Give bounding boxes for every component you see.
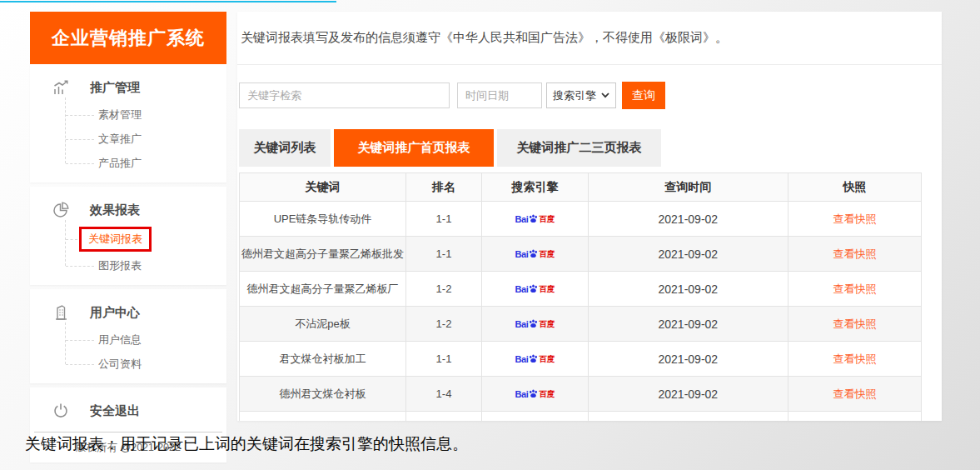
sidebar-item-article-promotion[interactable]: 文章推广 [30,127,226,151]
keyword-cell: UPE链条导轨传动件 [240,202,406,237]
sidebar-subitems: 关键词报表 图形报表 [30,225,226,278]
baidu-logo-cn: 百度 [539,390,555,398]
table-row: 君文煤仓衬板加工 1-1 Bai百度 2021-09-02 查看快照 [240,342,922,377]
rank-cell: 1-4 [406,377,482,412]
sidebar-item-user-info[interactable]: 用户信息 [30,328,226,352]
table-row: 不沾泥pe板 1-2 Bai百度 2021-09-02 查看快照 [240,307,922,342]
bar-chart-icon [50,77,72,98]
engine-cell: Bai百度 [481,307,588,342]
baidu-logo-text: Bai [515,355,529,364]
report-tabs: 关键词列表 关键词推广首页报表 关键词推广二三页报表 [239,129,942,167]
main-content: 关键词报表填写及发布的信息须遵守《中华人民共和国广告法》，不得使用《极限词》。 … [237,12,942,421]
keyword-search-input[interactable] [239,82,450,108]
time-cell: 2021-09-02 [588,307,788,342]
table-row: 德州君文超高分子量聚乙烯板批发 1-1 Bai百度 2021-09-02 查看快… [240,237,922,272]
baidu-logo-text: Bai [515,390,529,399]
sidebar-item-product-promotion[interactable]: 产品推广 [30,151,226,175]
engine-cell: Bai百度 [481,377,588,412]
active-item-highlight: 关键词报表 [79,227,152,252]
sidebar-item-company-profile[interactable]: 公司资料 [30,352,226,376]
view-snapshot-link[interactable]: 查看快照 [833,388,876,400]
sidebar-section-promotion: 推广管理 素材管理 文章推广 产品推广 [30,64,226,182]
rank-cell: 1-1 [406,342,482,377]
sidebar-item-promotion-management[interactable]: 推广管理 [30,75,226,100]
baidu-paw-icon [528,388,539,399]
time-cell: 2021-09-02 [588,237,788,272]
rank-cell: 1-1 [406,202,482,237]
keyword-cell: 君文煤仓衬板加工 [240,342,406,377]
sidebar-item-keyword-report[interactable]: 关键词报表 [30,225,226,253]
sidebar-item-material-management[interactable]: 素材管理 [30,102,226,127]
search-engine-select-value: 搜索引擎 [553,88,596,103]
table-header-row: 关键词 排名 搜索引擎 查询时间 快照 [240,173,922,202]
engine-cell: Bai百度 [481,342,588,377]
baidu-logo-cn: 百度 [539,355,555,363]
baidu-paw-icon [528,213,539,224]
snapshot-cell: 查看快照 [788,272,921,307]
snapshot-cell: 查看快照 [788,307,921,342]
snapshot-cell: 查看快照 [788,377,921,412]
col-engine: 搜索引擎 [481,173,588,202]
baidu-logo-text: Bai [515,215,529,224]
time-cell: 2021-09-02 [588,202,788,237]
engine-cell: Bai百度 [481,237,588,272]
view-snapshot-link[interactable]: 查看快照 [833,212,876,225]
baidu-logo-text: Bai [515,320,529,329]
baidu-logo-cn: 百度 [539,320,555,328]
engine-cell: Bai百度 [481,202,588,237]
table-row: 德州君文煤仓衬板 1-4 Bai百度 2021-09-02 查看快照 [240,377,922,412]
sidebar: 企业营销推广系统 推广管理 素材管理 文章推广 产品推广 [30,12,226,462]
baidu-logo: Bai百度 [515,388,555,401]
date-input[interactable] [457,82,542,108]
search-engine-select[interactable]: 搜索引擎 [546,82,616,108]
sidebar-subitems: 用户信息 公司资料 [30,328,226,376]
tab-keyword-list[interactable]: 关键词列表 [239,129,331,167]
tab-homepage-report[interactable]: 关键词推广首页报表 [334,129,494,167]
view-snapshot-link[interactable]: 查看快照 [833,318,876,330]
sidebar-item-label: 效果报表 [90,202,140,218]
baidu-paw-icon [528,318,539,329]
pie-chart-icon [50,199,72,221]
slide-caption: 关键词报表：用于记录已上词的关键词在搜索引擎的快照信息。 [25,433,468,455]
tab-page23-report[interactable]: 关键词推广二三页报表 [497,129,661,167]
sidebar-item-graphic-report[interactable]: 图形报表 [30,253,226,278]
time-cell: 2021-09-02 [588,272,788,307]
table-row-partial [240,412,922,422]
sidebar-item-logout[interactable]: 安全退出 [30,398,226,423]
power-icon [50,400,72,422]
baidu-logo-cn: 百度 [539,285,555,293]
col-keyword: 关键词 [240,173,406,202]
query-button[interactable]: 查询 [622,82,665,109]
sidebar-item-label: 安全退出 [90,403,140,419]
table-row: 德州君文超高分子量聚乙烯板厂 1-2 Bai百度 2021-09-02 查看快照 [240,272,922,307]
sidebar-subitems: 素材管理 文章推广 产品推广 [30,102,226,175]
baidu-logo-cn: 百度 [539,250,555,258]
snapshot-cell: 查看快照 [788,237,921,272]
notice-bar: 关键词报表填写及发布的信息须遵守《中华人民共和国广告法》，不得使用《极限词》。 [237,12,942,65]
time-cell: 2021-09-02 [588,377,788,412]
baidu-logo: Bai百度 [515,283,555,296]
baidu-logo: Bai百度 [515,318,555,331]
rank-cell: 1-2 [406,272,482,307]
engine-cell: Bai百度 [481,272,588,307]
col-query-time: 查询时间 [588,173,788,202]
chevron-down-icon [601,92,609,98]
keyword-cell: 德州君文煤仓衬板 [240,377,406,412]
snapshot-cell: 查看快照 [788,202,921,237]
view-snapshot-link[interactable]: 查看快照 [833,352,876,365]
view-snapshot-link[interactable]: 查看快照 [833,248,876,260]
sidebar-item-effect-reports[interactable]: 效果报表 [30,198,226,222]
baidu-logo: Bai百度 [515,213,555,226]
rank-cell: 1-2 [406,307,482,342]
baidu-logo-text: Bai [515,250,529,259]
keyword-report-table: 关键词 排名 搜索引擎 查询时间 快照 UPE链条导轨传动件 1-1 Bai百度… [239,172,922,421]
sidebar-item-user-center[interactable]: 用户中心 [30,300,226,325]
sidebar-section-user-center: 用户中心 用户信息 公司资料 [30,289,226,383]
baidu-paw-icon [528,248,539,259]
baidu-paw-icon [528,353,539,364]
building-icon [50,302,72,323]
col-snapshot: 快照 [788,173,921,202]
sidebar-item-label: 用户中心 [90,305,140,321]
view-snapshot-link[interactable]: 查看快照 [833,282,876,295]
baidu-logo-text: Bai [515,285,529,294]
